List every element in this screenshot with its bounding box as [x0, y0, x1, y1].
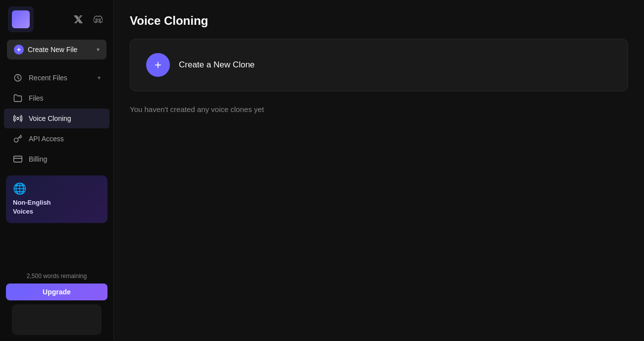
- empty-state-text: You haven't created any voice clones yet: [130, 105, 628, 114]
- page-title: Voice Cloning: [130, 14, 628, 28]
- globe-icon: 🌐: [13, 182, 101, 195]
- sidebar-item-api-access[interactable]: API Access: [4, 129, 109, 149]
- sidebar-top: [0, 0, 113, 36]
- create-button-label: Create New File: [28, 46, 77, 54]
- sidebar-card: [12, 304, 102, 335]
- sidebar-item-files[interactable]: Files: [4, 88, 109, 108]
- clock-icon: [13, 73, 23, 82]
- words-remaining-label: 2,500 words remaining: [6, 273, 107, 280]
- sidebar: + Create New File ▾ Recent Files ▾: [0, 0, 114, 341]
- logo-inner: [12, 10, 30, 28]
- api-access-label: API Access: [29, 135, 64, 143]
- twitter-icon[interactable]: [71, 12, 86, 27]
- sidebar-bottom: 2,500 words remaining Upgrade: [0, 267, 113, 341]
- svg-point-1: [17, 117, 19, 120]
- non-english-voices-promo[interactable]: 🌐 Non-EnglishVoices: [6, 175, 107, 223]
- create-new-file-button[interactable]: + Create New File ▾: [7, 40, 107, 59]
- plus-icon: +: [14, 45, 24, 55]
- billing-label: Billing: [29, 155, 47, 163]
- logo: [8, 6, 34, 32]
- credit-card-icon: [13, 155, 23, 164]
- sidebar-item-recent-files[interactable]: Recent Files ▾: [4, 68, 109, 88]
- upgrade-button[interactable]: Upgrade: [6, 284, 107, 300]
- waveform-icon: [13, 114, 23, 123]
- create-clone-label: Create a New Clone: [179, 60, 255, 70]
- chevron-down-icon: ▾: [97, 46, 100, 53]
- folder-icon: [13, 94, 23, 103]
- discord-icon[interactable]: [91, 12, 106, 27]
- sidebar-item-billing[interactable]: Billing: [4, 149, 109, 169]
- files-label: Files: [29, 94, 44, 102]
- nav-section: Recent Files ▾ Files Voice Cloning: [0, 65, 113, 171]
- svg-rect-2: [14, 156, 22, 162]
- voice-cloning-label: Voice Cloning: [29, 114, 71, 122]
- plus-circle-icon: +: [146, 53, 170, 77]
- recent-files-label: Recent Files: [29, 74, 67, 82]
- recent-files-chevron: ▾: [98, 74, 101, 81]
- key-icon: [13, 134, 23, 143]
- sidebar-item-voice-cloning[interactable]: Voice Cloning: [4, 109, 109, 128]
- promo-title: Non-EnglishVoices: [13, 198, 101, 216]
- social-icons: [71, 12, 106, 27]
- create-clone-card[interactable]: + Create a New Clone: [130, 39, 628, 91]
- main-content: Voice Cloning + Create a New Clone You h…: [114, 0, 644, 341]
